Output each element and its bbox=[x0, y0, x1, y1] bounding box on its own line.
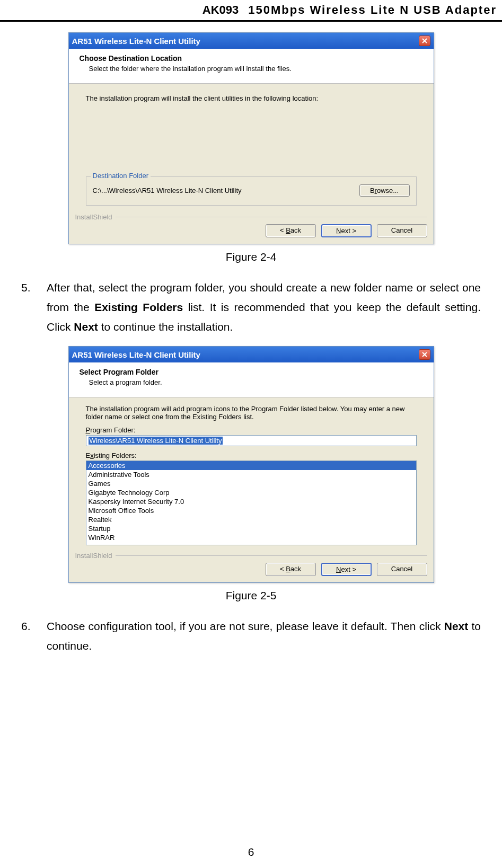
list-item[interactable]: Kaspersky Internet Security 7.0 bbox=[86, 497, 416, 506]
model-code: AK093 bbox=[202, 3, 239, 17]
step-5: 5. After that, select the program folder… bbox=[21, 278, 481, 336]
dialog-message: The installation program will add progra… bbox=[86, 405, 417, 421]
cancel-button[interactable]: Cancel bbox=[377, 224, 427, 237]
list-item[interactable]: Gigabyte Technology Corp bbox=[86, 488, 416, 497]
program-folder-label: Program Folder: bbox=[86, 426, 417, 434]
text-bold: Next bbox=[444, 620, 469, 632]
divider bbox=[116, 217, 427, 217]
step-6: 6. Choose configuration tool, if you are… bbox=[21, 617, 481, 656]
destination-folder-group: Destination Folder C:\...\Wireless\AR51 … bbox=[86, 176, 417, 206]
list-item[interactable]: Realtek bbox=[86, 515, 416, 524]
step-number: 6. bbox=[21, 617, 47, 656]
dialog-heading-area: Select Program Folder Select a program f… bbox=[69, 362, 434, 397]
destination-folder-legend: Destination Folder bbox=[91, 172, 151, 180]
installer-dialog-destination: AR51 Wireless Lite-N Client Utility Choo… bbox=[68, 32, 434, 244]
back-button[interactable]: < Back bbox=[266, 563, 316, 576]
back-button[interactable]: < Back bbox=[266, 224, 316, 237]
divider bbox=[116, 555, 427, 556]
destination-path: C:\...\Wireless\AR51 Wireless Lite-N Cli… bbox=[93, 187, 242, 194]
titlebar[interactable]: AR51 Wireless Lite-N Client Utility bbox=[69, 33, 434, 49]
close-icon[interactable] bbox=[419, 36, 430, 46]
list-item[interactable]: Accessories bbox=[86, 461, 416, 470]
list-item[interactable]: Administrative Tools bbox=[86, 470, 416, 479]
installer-dialog-program-folder: AR51 Wireless Lite-N Client Utility Sele… bbox=[68, 346, 434, 583]
dialog-heading: Select Program Folder bbox=[80, 368, 418, 376]
page-number: 6 bbox=[0, 846, 502, 858]
list-item[interactable]: Games bbox=[86, 479, 416, 488]
page-header: AK093 150Mbps Wireless Lite N USB Adapte… bbox=[0, 0, 502, 22]
step-text: After that, select the program folder, y… bbox=[47, 278, 481, 336]
program-folder-value: Wireless\AR51 Wireless Lite-N Client Uti… bbox=[89, 437, 223, 445]
step-number: 5. bbox=[21, 278, 47, 336]
text-run: Choose configuration tool, if you are no… bbox=[47, 620, 444, 632]
dialog-message: The installation program will install th… bbox=[86, 94, 417, 102]
dialog-subheading: Select a program folder. bbox=[89, 378, 418, 386]
close-icon[interactable] bbox=[419, 349, 430, 360]
dialog-subheading: Select the folder where the installation… bbox=[89, 65, 418, 73]
installshield-label: InstallShield bbox=[75, 552, 112, 560]
figure-caption-2-4: Figure 2-4 bbox=[21, 251, 481, 263]
browse-button[interactable]: Browse... bbox=[359, 184, 410, 197]
text-run: to continue the installation. bbox=[98, 321, 233, 333]
dialog-heading: Choose Destination Location bbox=[80, 54, 418, 63]
dialog-heading-area: Choose Destination Location Select the f… bbox=[69, 49, 434, 84]
text-bold: Existing Folders bbox=[94, 301, 183, 313]
existing-folders-label: Existing Folders: bbox=[86, 451, 417, 459]
window-title: AR51 Wireless Lite-N Client Utility bbox=[72, 37, 200, 46]
next-button[interactable]: Next > bbox=[321, 224, 372, 237]
cancel-button[interactable]: Cancel bbox=[377, 563, 427, 576]
installshield-label: InstallShield bbox=[75, 213, 112, 221]
list-item[interactable]: WinRAR bbox=[86, 533, 416, 542]
program-folder-input[interactable]: Wireless\AR51 Wireless Lite-N Client Uti… bbox=[86, 435, 417, 446]
step-text: Choose configuration tool, if you are no… bbox=[47, 617, 481, 656]
figure-caption-2-5: Figure 2-5 bbox=[21, 589, 481, 602]
titlebar[interactable]: AR51 Wireless Lite-N Client Utility bbox=[69, 347, 434, 362]
existing-folders-listbox[interactable]: Accessories Administrative Tools Games G… bbox=[86, 460, 417, 545]
text-bold: Next bbox=[74, 321, 98, 333]
next-button[interactable]: Next > bbox=[321, 563, 372, 576]
list-item[interactable]: Startup bbox=[86, 524, 416, 533]
list-item[interactable]: Microsoft Office Tools bbox=[86, 506, 416, 515]
window-title: AR51 Wireless Lite-N Client Utility bbox=[72, 350, 200, 359]
product-title: 150Mbps Wireless Lite N USB Adapter bbox=[248, 3, 497, 17]
